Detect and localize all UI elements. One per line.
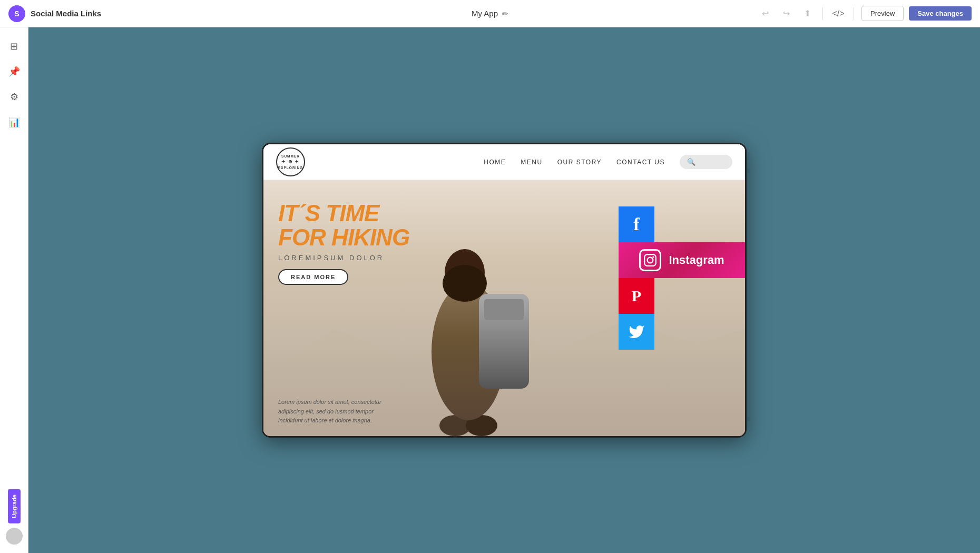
site-hero: IT´S TIME FOR HIKING LOREMIPSUM DOLOR RE… xyxy=(263,180,745,436)
back-button[interactable]: ⬆ xyxy=(799,6,815,22)
instagram-button[interactable]: Instagram xyxy=(619,242,745,278)
topbar-left: S Social Media Links xyxy=(8,5,101,22)
facebook-icon: f xyxy=(633,214,639,234)
hero-content: IT´S TIME FOR HIKING LOREMIPSUM DOLOR RE… xyxy=(278,201,409,285)
instagram-icon xyxy=(639,249,661,271)
redo-button[interactable]: ↪ xyxy=(778,6,794,22)
hero-title-line1: IT´S TIME xyxy=(278,201,409,225)
analytics-icon: 📊 xyxy=(8,116,20,128)
grid-icon: ⊞ xyxy=(10,41,18,52)
app-title-label: My App xyxy=(472,9,498,18)
logo-symbol: ✦ ⊕ ✦ xyxy=(278,159,303,165)
topbar-right: ↩ ↪ ⬆ </> Preview Save changes xyxy=(757,6,972,22)
logo-line1: SUMMER xyxy=(278,154,303,159)
sidebar-item-pin[interactable]: 📌 xyxy=(4,61,25,82)
hero-description: Lorem ipsum dolor sit amet, consectetur … xyxy=(278,398,394,426)
sidebar-bottom: Upgrade xyxy=(6,489,23,545)
toolbar-divider xyxy=(822,7,823,20)
nav-link-contact[interactable]: CONTACT US xyxy=(616,159,665,166)
social-media-buttons: f Instagram xyxy=(619,206,745,350)
preview-button[interactable]: Preview xyxy=(861,6,904,21)
svg-point-8 xyxy=(648,258,653,263)
site-logo: SUMMER ✦ ⊕ ✦ EXPLORING xyxy=(276,147,305,176)
pin-icon: 📌 xyxy=(8,66,20,77)
hero-title-line2: FOR HIKING xyxy=(278,225,409,250)
main-layout: ⊞ 📌 ⚙ 📊 Upgrade SUMMER ✦ ⊕ ✦ E xyxy=(0,27,980,553)
pinterest-icon: P xyxy=(632,287,641,305)
twitter-button[interactable] xyxy=(619,314,654,350)
site-nav-links: HOME MENU OUR STORY CONTACT US 🔍 xyxy=(484,155,732,169)
svg-rect-7 xyxy=(645,254,656,266)
logo-line3: EXPLORING xyxy=(278,165,303,170)
search-icon: 🔍 xyxy=(687,158,695,166)
toolbar-divider2 xyxy=(854,7,854,20)
settings-icon: ⚙ xyxy=(10,91,18,103)
topbar-center: My App ✏ xyxy=(472,9,508,18)
code-button[interactable]: </> xyxy=(830,6,846,22)
website-preview-card: SUMMER ✦ ⊕ ✦ EXPLORING HOME MENU OUR STO… xyxy=(262,143,747,438)
instagram-label: Instagram xyxy=(669,253,724,267)
svg-rect-4 xyxy=(484,299,524,320)
sidebar-item-settings[interactable]: ⚙ xyxy=(4,86,25,107)
hero-read-more-button[interactable]: READ MORE xyxy=(278,269,348,285)
edit-title-icon[interactable]: ✏ xyxy=(502,9,508,18)
svg-point-9 xyxy=(653,256,654,258)
app-name: Social Media Links xyxy=(31,9,101,18)
nav-link-our-story[interactable]: OUR STORY xyxy=(557,159,602,166)
pinterest-button[interactable]: P xyxy=(619,278,654,314)
app-icon: S xyxy=(8,5,25,22)
topbar: S Social Media Links My App ✏ ↩ ↪ ⬆ </> … xyxy=(0,0,980,27)
undo-button[interactable]: ↩ xyxy=(757,6,773,22)
save-button[interactable]: Save changes xyxy=(909,6,972,21)
svg-point-6 xyxy=(443,265,487,302)
canvas-area: SUMMER ✦ ⊕ ✦ EXPLORING HOME MENU OUR STO… xyxy=(28,27,980,553)
hero-person-image xyxy=(471,210,640,436)
site-search[interactable]: 🔍 xyxy=(680,155,732,169)
avatar xyxy=(6,528,23,545)
hero-subtitle: LOREMIPSUM DOLOR xyxy=(278,254,409,262)
nav-link-menu[interactable]: MENU xyxy=(521,159,542,166)
twitter-icon xyxy=(628,323,645,340)
sidebar-item-grid[interactable]: ⊞ xyxy=(4,36,25,57)
upgrade-button[interactable]: Upgrade xyxy=(8,489,21,524)
nav-link-home[interactable]: HOME xyxy=(484,159,506,166)
sidebar-item-analytics[interactable]: 📊 xyxy=(4,112,25,133)
site-navbar: SUMMER ✦ ⊕ ✦ EXPLORING HOME MENU OUR STO… xyxy=(263,144,745,180)
facebook-button[interactable]: f xyxy=(619,206,654,242)
instagram-svg xyxy=(643,253,657,267)
hero-title: IT´S TIME FOR HIKING xyxy=(278,201,409,250)
hiker-silhouette xyxy=(387,215,545,436)
sidebar: ⊞ 📌 ⚙ 📊 Upgrade xyxy=(0,27,28,553)
